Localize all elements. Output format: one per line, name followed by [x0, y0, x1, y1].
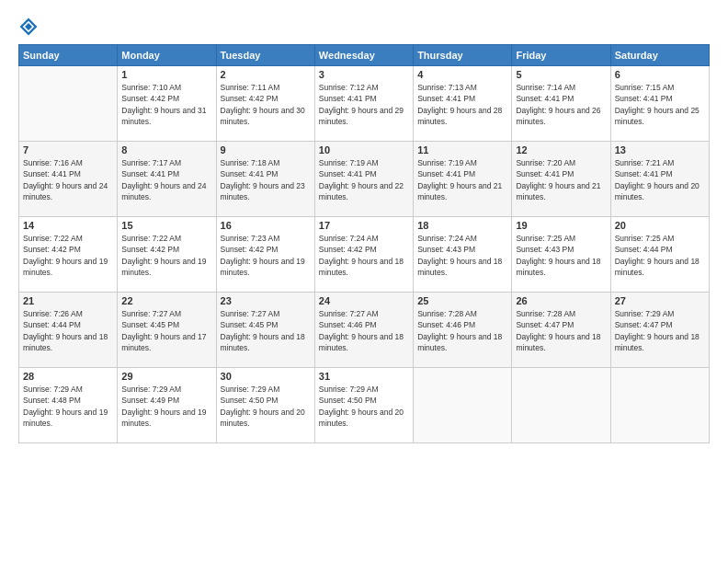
calendar-cell: 30Sunrise: 7:29 AMSunset: 4:50 PMDayligh… — [216, 368, 314, 443]
cell-date: 19 — [516, 220, 606, 231]
cell-date: 24 — [319, 295, 409, 306]
calendar-cell: 11Sunrise: 7:19 AMSunset: 4:41 PMDayligh… — [414, 142, 512, 217]
cell-info: Sunrise: 7:27 AMSunset: 4:45 PMDaylight:… — [221, 308, 311, 353]
calendar-cell: 3Sunrise: 7:12 AMSunset: 4:41 PMDaylight… — [314, 66, 413, 142]
calendar-cell: 17Sunrise: 7:24 AMSunset: 4:42 PMDayligh… — [314, 217, 413, 293]
calendar-cell: 14Sunrise: 7:22 AMSunset: 4:42 PMDayligh… — [19, 217, 118, 293]
cell-date: 14 — [23, 220, 113, 231]
cell-date: 11 — [417, 144, 507, 155]
cell-date: 3 — [319, 69, 409, 80]
cell-info: Sunrise: 7:24 AMSunset: 4:42 PMDaylight:… — [319, 233, 409, 278]
calendar-week-2: 7Sunrise: 7:16 AMSunset: 4:41 PMDaylight… — [19, 142, 710, 217]
cell-date: 1 — [121, 69, 211, 80]
cell-date: 20 — [615, 220, 705, 231]
calendar-cell: 9Sunrise: 7:18 AMSunset: 4:41 PMDaylight… — [216, 142, 314, 217]
calendar-week-3: 14Sunrise: 7:22 AMSunset: 4:42 PMDayligh… — [19, 217, 710, 293]
calendar-cell: 7Sunrise: 7:16 AMSunset: 4:41 PMDaylight… — [19, 142, 118, 217]
cell-date: 5 — [516, 69, 606, 80]
calendar-cell: 15Sunrise: 7:22 AMSunset: 4:42 PMDayligh… — [118, 217, 216, 293]
cell-info: Sunrise: 7:21 AMSunset: 4:41 PMDaylight:… — [615, 157, 705, 202]
cell-info: Sunrise: 7:24 AMSunset: 4:43 PMDaylight:… — [417, 233, 507, 278]
header — [18, 17, 710, 37]
cell-date: 2 — [221, 69, 311, 80]
cell-info: Sunrise: 7:20 AMSunset: 4:41 PMDaylight:… — [516, 157, 606, 202]
calendar-cell — [19, 66, 118, 142]
cell-info: Sunrise: 7:26 AMSunset: 4:44 PMDaylight:… — [23, 308, 113, 353]
logo — [18, 17, 40, 37]
cell-info: Sunrise: 7:16 AMSunset: 4:41 PMDaylight:… — [23, 157, 113, 202]
cell-info: Sunrise: 7:28 AMSunset: 4:47 PMDaylight:… — [516, 308, 606, 353]
cell-date: 23 — [221, 295, 311, 306]
cell-date: 31 — [319, 371, 409, 382]
calendar-cell — [512, 368, 610, 443]
cell-info: Sunrise: 7:13 AMSunset: 4:41 PMDaylight:… — [417, 82, 507, 127]
cell-info: Sunrise: 7:29 AMSunset: 4:49 PMDaylight:… — [121, 384, 211, 429]
cell-date: 22 — [121, 295, 211, 306]
cell-date: 16 — [221, 220, 311, 231]
cell-info: Sunrise: 7:25 AMSunset: 4:43 PMDaylight:… — [516, 233, 606, 278]
calendar-cell: 4Sunrise: 7:13 AMSunset: 4:41 PMDaylight… — [414, 66, 512, 142]
calendar-cell: 23Sunrise: 7:27 AMSunset: 4:45 PMDayligh… — [216, 293, 314, 368]
day-header-monday: Monday — [118, 45, 216, 66]
calendar-cell: 18Sunrise: 7:24 AMSunset: 4:43 PMDayligh… — [414, 217, 512, 293]
calendar-cell: 22Sunrise: 7:27 AMSunset: 4:45 PMDayligh… — [118, 293, 216, 368]
calendar-cell: 13Sunrise: 7:21 AMSunset: 4:41 PMDayligh… — [610, 142, 709, 217]
cell-info: Sunrise: 7:29 AMSunset: 4:47 PMDaylight:… — [615, 308, 705, 353]
calendar-table: SundayMondayTuesdayWednesdayThursdayFrid… — [18, 44, 710, 443]
cell-date: 26 — [516, 295, 606, 306]
calendar-cell: 5Sunrise: 7:14 AMSunset: 4:41 PMDaylight… — [512, 66, 610, 142]
calendar-cell: 6Sunrise: 7:15 AMSunset: 4:41 PMDaylight… — [610, 66, 709, 142]
cell-date: 18 — [417, 220, 507, 231]
calendar-week-1: 1Sunrise: 7:10 AMSunset: 4:42 PMDaylight… — [19, 66, 710, 142]
cell-date: 6 — [615, 69, 705, 80]
day-header-saturday: Saturday — [610, 45, 709, 66]
cell-info: Sunrise: 7:22 AMSunset: 4:42 PMDaylight:… — [121, 233, 211, 278]
day-header-thursday: Thursday — [414, 45, 512, 66]
cell-date: 30 — [221, 371, 311, 382]
calendar-week-5: 28Sunrise: 7:29 AMSunset: 4:48 PMDayligh… — [19, 368, 710, 443]
cell-info: Sunrise: 7:19 AMSunset: 4:41 PMDaylight:… — [417, 157, 507, 202]
calendar-cell: 24Sunrise: 7:27 AMSunset: 4:46 PMDayligh… — [314, 293, 413, 368]
calendar-cell — [610, 368, 709, 443]
day-header-friday: Friday — [512, 45, 610, 66]
cell-info: Sunrise: 7:28 AMSunset: 4:46 PMDaylight:… — [417, 308, 507, 353]
cell-info: Sunrise: 7:19 AMSunset: 4:41 PMDaylight:… — [319, 157, 409, 202]
cell-info: Sunrise: 7:23 AMSunset: 4:42 PMDaylight:… — [221, 233, 311, 278]
calendar-cell: 21Sunrise: 7:26 AMSunset: 4:44 PMDayligh… — [19, 293, 118, 368]
calendar-cell: 27Sunrise: 7:29 AMSunset: 4:47 PMDayligh… — [610, 293, 709, 368]
cell-date: 13 — [615, 144, 705, 155]
calendar-header-row: SundayMondayTuesdayWednesdayThursdayFrid… — [19, 45, 710, 66]
cell-date: 15 — [121, 220, 211, 231]
calendar-cell: 1Sunrise: 7:10 AMSunset: 4:42 PMDaylight… — [118, 66, 216, 142]
cell-info: Sunrise: 7:18 AMSunset: 4:41 PMDaylight:… — [221, 157, 311, 202]
calendar-cell: 8Sunrise: 7:17 AMSunset: 4:41 PMDaylight… — [118, 142, 216, 217]
page: SundayMondayTuesdayWednesdayThursdayFrid… — [0, 0, 728, 563]
cell-date: 9 — [221, 144, 311, 155]
cell-info: Sunrise: 7:27 AMSunset: 4:46 PMDaylight:… — [319, 308, 409, 353]
calendar-cell: 20Sunrise: 7:25 AMSunset: 4:44 PMDayligh… — [610, 217, 709, 293]
calendar-cell: 29Sunrise: 7:29 AMSunset: 4:49 PMDayligh… — [118, 368, 216, 443]
day-header-wednesday: Wednesday — [314, 45, 413, 66]
cell-info: Sunrise: 7:15 AMSunset: 4:41 PMDaylight:… — [615, 82, 705, 127]
cell-date: 25 — [417, 295, 507, 306]
calendar-cell: 12Sunrise: 7:20 AMSunset: 4:41 PMDayligh… — [512, 142, 610, 217]
cell-date: 4 — [417, 69, 507, 80]
cell-info: Sunrise: 7:29 AMSunset: 4:50 PMDaylight:… — [221, 384, 311, 429]
cell-info: Sunrise: 7:10 AMSunset: 4:42 PMDaylight:… — [121, 82, 211, 127]
cell-date: 27 — [615, 295, 705, 306]
calendar-cell: 31Sunrise: 7:29 AMSunset: 4:50 PMDayligh… — [314, 368, 413, 443]
cell-info: Sunrise: 7:27 AMSunset: 4:45 PMDaylight:… — [121, 308, 211, 353]
calendar-cell: 25Sunrise: 7:28 AMSunset: 4:46 PMDayligh… — [414, 293, 512, 368]
cell-info: Sunrise: 7:17 AMSunset: 4:41 PMDaylight:… — [121, 157, 211, 202]
cell-info: Sunrise: 7:22 AMSunset: 4:42 PMDaylight:… — [23, 233, 113, 278]
cell-info: Sunrise: 7:11 AMSunset: 4:42 PMDaylight:… — [221, 82, 311, 127]
calendar-cell: 28Sunrise: 7:29 AMSunset: 4:48 PMDayligh… — [19, 368, 118, 443]
cell-date: 17 — [319, 220, 409, 231]
logo-icon — [18, 17, 39, 37]
cell-date: 12 — [516, 144, 606, 155]
calendar-cell: 26Sunrise: 7:28 AMSunset: 4:47 PMDayligh… — [512, 293, 610, 368]
cell-info: Sunrise: 7:29 AMSunset: 4:48 PMDaylight:… — [23, 384, 113, 429]
cell-date: 7 — [23, 144, 113, 155]
day-header-sunday: Sunday — [19, 45, 118, 66]
calendar-cell: 2Sunrise: 7:11 AMSunset: 4:42 PMDaylight… — [216, 66, 314, 142]
